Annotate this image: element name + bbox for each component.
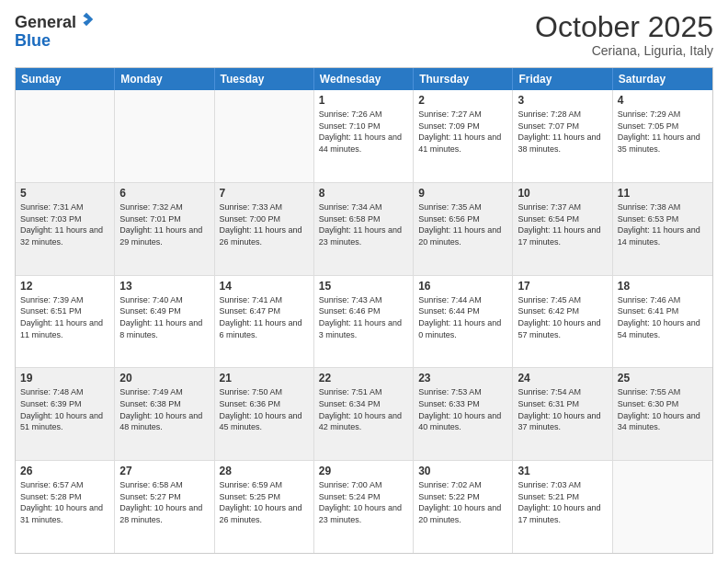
day-number-7: 7 bbox=[220, 187, 309, 200]
cell-info-17: Sunrise: 7:45 AMSunset: 6:42 PMDaylight:… bbox=[518, 294, 607, 340]
cell-info-31: Sunrise: 7:03 AMSunset: 5:21 PMDaylight:… bbox=[518, 479, 607, 525]
cell-r1-c0: 5Sunrise: 7:31 AMSunset: 7:03 PMDaylight… bbox=[16, 183, 115, 275]
cell-r1-c1: 6Sunrise: 7:32 AMSunset: 7:01 PMDaylight… bbox=[115, 183, 214, 275]
day-number-30: 30 bbox=[418, 465, 507, 477]
cell-r3-c0: 19Sunrise: 7:48 AMSunset: 6:39 PMDayligh… bbox=[16, 368, 115, 460]
cell-r0-c3: 1Sunrise: 7:26 AMSunset: 7:10 PMDaylight… bbox=[314, 90, 414, 182]
cell-r4-c5: 31Sunrise: 7:03 AMSunset: 5:21 PMDayligh… bbox=[513, 461, 612, 553]
day-number-16: 16 bbox=[418, 280, 507, 293]
cell-info-29: Sunrise: 7:00 AMSunset: 5:24 PMDaylight:… bbox=[319, 479, 408, 525]
cell-info-25: Sunrise: 7:55 AMSunset: 6:30 PMDaylight:… bbox=[618, 386, 708, 432]
cell-r3-c6: 25Sunrise: 7:55 AMSunset: 6:30 PMDayligh… bbox=[613, 368, 712, 460]
header-friday: Friday bbox=[513, 68, 612, 90]
cell-info-3: Sunrise: 7:28 AMSunset: 7:07 PMDaylight:… bbox=[518, 109, 607, 155]
cell-r1-c2: 7Sunrise: 7:33 AMSunset: 7:00 PMDaylight… bbox=[215, 183, 314, 275]
day-number-2: 2 bbox=[418, 94, 507, 107]
cell-r0-c6: 4Sunrise: 7:29 AMSunset: 7:05 PMDaylight… bbox=[613, 90, 712, 182]
cell-info-6: Sunrise: 7:32 AMSunset: 7:01 PMDaylight:… bbox=[119, 201, 209, 247]
cell-info-10: Sunrise: 7:37 AMSunset: 6:54 PMDaylight:… bbox=[518, 201, 607, 247]
header-tuesday: Tuesday bbox=[215, 68, 314, 90]
day-number-26: 26 bbox=[20, 465, 109, 477]
cell-r4-c4: 30Sunrise: 7:02 AMSunset: 5:22 PMDayligh… bbox=[414, 461, 513, 553]
title-area: October 2025 Ceriana, Liguria, Italy bbox=[535, 11, 713, 58]
location: Ceriana, Liguria, Italy bbox=[535, 43, 713, 58]
cell-r3-c2: 21Sunrise: 7:50 AMSunset: 6:36 PMDayligh… bbox=[215, 368, 314, 460]
day-number-22: 22 bbox=[319, 372, 408, 385]
day-number-6: 6 bbox=[119, 187, 209, 200]
cell-info-13: Sunrise: 7:40 AMSunset: 6:49 PMDaylight:… bbox=[119, 294, 209, 340]
day-number-10: 10 bbox=[518, 187, 607, 200]
cell-r3-c4: 23Sunrise: 7:53 AMSunset: 6:33 PMDayligh… bbox=[414, 368, 513, 460]
cell-r0-c2 bbox=[215, 90, 314, 182]
cell-info-30: Sunrise: 7:02 AMSunset: 5:22 PMDaylight:… bbox=[418, 479, 507, 525]
day-number-25: 25 bbox=[618, 372, 708, 385]
cell-info-23: Sunrise: 7:53 AMSunset: 6:33 PMDaylight:… bbox=[418, 386, 507, 432]
calendar-body: 1Sunrise: 7:26 AMSunset: 7:10 PMDaylight… bbox=[16, 90, 712, 553]
calendar-row-0: 1Sunrise: 7:26 AMSunset: 7:10 PMDaylight… bbox=[16, 90, 712, 183]
day-number-8: 8 bbox=[319, 187, 408, 200]
cell-info-18: Sunrise: 7:46 AMSunset: 6:41 PMDaylight:… bbox=[618, 294, 708, 340]
cell-info-2: Sunrise: 7:27 AMSunset: 7:09 PMDaylight:… bbox=[418, 109, 507, 155]
logo-blue-text: Blue bbox=[15, 31, 51, 50]
cell-info-22: Sunrise: 7:51 AMSunset: 6:34 PMDaylight:… bbox=[319, 386, 408, 432]
day-number-14: 14 bbox=[220, 280, 309, 293]
header: General Blue October 2025 Ceriana, Ligur… bbox=[15, 11, 713, 58]
cell-info-8: Sunrise: 7:34 AMSunset: 6:58 PMDaylight:… bbox=[319, 201, 408, 247]
cell-r0-c4: 2Sunrise: 7:27 AMSunset: 7:09 PMDaylight… bbox=[414, 90, 513, 182]
cell-r1-c5: 10Sunrise: 7:37 AMSunset: 6:54 PMDayligh… bbox=[513, 183, 612, 275]
day-number-9: 9 bbox=[418, 187, 507, 200]
day-number-18: 18 bbox=[618, 280, 708, 293]
cell-r4-c1: 27Sunrise: 6:58 AMSunset: 5:27 PMDayligh… bbox=[115, 461, 214, 553]
cell-r2-c0: 12Sunrise: 7:39 AMSunset: 6:51 PMDayligh… bbox=[16, 276, 115, 368]
day-number-19: 19 bbox=[20, 372, 109, 385]
day-number-17: 17 bbox=[518, 280, 607, 293]
cell-info-7: Sunrise: 7:33 AMSunset: 7:00 PMDaylight:… bbox=[220, 201, 309, 247]
cell-info-15: Sunrise: 7:43 AMSunset: 6:46 PMDaylight:… bbox=[319, 294, 408, 340]
calendar: Sunday Monday Tuesday Wednesday Thursday… bbox=[15, 67, 713, 554]
day-number-15: 15 bbox=[319, 280, 408, 293]
cell-r2-c6: 18Sunrise: 7:46 AMSunset: 6:41 PMDayligh… bbox=[613, 276, 712, 368]
cell-info-1: Sunrise: 7:26 AMSunset: 7:10 PMDaylight:… bbox=[319, 109, 408, 155]
cell-r2-c4: 16Sunrise: 7:44 AMSunset: 6:44 PMDayligh… bbox=[414, 276, 513, 368]
cell-r3-c3: 22Sunrise: 7:51 AMSunset: 6:34 PMDayligh… bbox=[314, 368, 414, 460]
calendar-row-1: 5Sunrise: 7:31 AMSunset: 7:03 PMDaylight… bbox=[16, 183, 712, 276]
header-wednesday: Wednesday bbox=[314, 68, 414, 90]
logo-general-text: General bbox=[15, 13, 76, 31]
cell-info-24: Sunrise: 7:54 AMSunset: 6:31 PMDaylight:… bbox=[518, 386, 607, 432]
header-thursday: Thursday bbox=[414, 68, 513, 90]
header-saturday: Saturday bbox=[613, 68, 712, 90]
cell-info-20: Sunrise: 7:49 AMSunset: 6:38 PMDaylight:… bbox=[119, 386, 209, 432]
day-number-11: 11 bbox=[618, 187, 708, 200]
day-number-12: 12 bbox=[20, 280, 109, 293]
cell-info-28: Sunrise: 6:59 AMSunset: 5:25 PMDaylight:… bbox=[220, 479, 309, 525]
day-number-29: 29 bbox=[319, 465, 408, 477]
calendar-row-2: 12Sunrise: 7:39 AMSunset: 6:51 PMDayligh… bbox=[16, 276, 712, 369]
cell-info-4: Sunrise: 7:29 AMSunset: 7:05 PMDaylight:… bbox=[618, 109, 708, 155]
cell-r2-c1: 13Sunrise: 7:40 AMSunset: 6:49 PMDayligh… bbox=[115, 276, 214, 368]
day-number-24: 24 bbox=[518, 372, 607, 385]
header-monday: Monday bbox=[115, 68, 214, 90]
day-number-13: 13 bbox=[119, 280, 209, 293]
cell-r1-c6: 11Sunrise: 7:38 AMSunset: 6:53 PMDayligh… bbox=[613, 183, 712, 275]
cell-info-11: Sunrise: 7:38 AMSunset: 6:53 PMDaylight:… bbox=[618, 201, 708, 247]
cell-info-16: Sunrise: 7:44 AMSunset: 6:44 PMDaylight:… bbox=[418, 294, 507, 340]
cell-r1-c4: 9Sunrise: 7:35 AMSunset: 6:56 PMDaylight… bbox=[414, 183, 513, 275]
calendar-row-3: 19Sunrise: 7:48 AMSunset: 6:39 PMDayligh… bbox=[16, 368, 712, 461]
calendar-row-4: 26Sunrise: 6:57 AMSunset: 5:28 PMDayligh… bbox=[16, 461, 712, 553]
day-number-20: 20 bbox=[119, 372, 209, 385]
cell-r2-c2: 14Sunrise: 7:41 AMSunset: 6:47 PMDayligh… bbox=[215, 276, 314, 368]
logo: General Blue bbox=[15, 11, 95, 51]
day-number-27: 27 bbox=[119, 465, 209, 477]
day-number-1: 1 bbox=[319, 94, 408, 107]
logo-icon bbox=[78, 11, 95, 28]
cell-r4-c2: 28Sunrise: 6:59 AMSunset: 5:25 PMDayligh… bbox=[215, 461, 314, 553]
cell-info-14: Sunrise: 7:41 AMSunset: 6:47 PMDaylight:… bbox=[220, 294, 309, 340]
cell-r0-c0 bbox=[16, 90, 115, 182]
cell-r2-c5: 17Sunrise: 7:45 AMSunset: 6:42 PMDayligh… bbox=[513, 276, 612, 368]
cell-info-12: Sunrise: 7:39 AMSunset: 6:51 PMDaylight:… bbox=[20, 294, 109, 340]
day-number-31: 31 bbox=[518, 465, 607, 477]
header-sunday: Sunday bbox=[16, 68, 115, 90]
day-number-5: 5 bbox=[20, 187, 109, 200]
cell-r2-c3: 15Sunrise: 7:43 AMSunset: 6:46 PMDayligh… bbox=[314, 276, 414, 368]
cell-info-19: Sunrise: 7:48 AMSunset: 6:39 PMDaylight:… bbox=[20, 386, 109, 432]
